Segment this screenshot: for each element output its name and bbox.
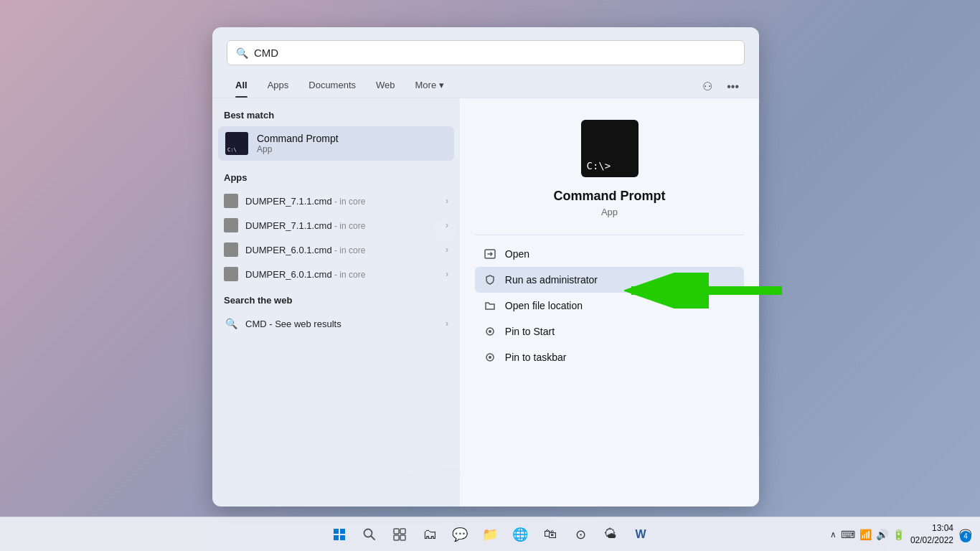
people-icon-button[interactable]: ⚇ <box>697 77 718 96</box>
cmd-app-icon-small <box>225 132 248 155</box>
svg-rect-14 <box>400 529 405 534</box>
battery-icon[interactable]: 🔋 <box>892 529 905 540</box>
pin-start-icon <box>484 325 496 338</box>
svg-rect-9 <box>334 535 339 540</box>
tab-web[interactable]: Web <box>367 75 404 98</box>
search-web-icon: 🔍 <box>224 316 238 331</box>
taskview-button[interactable] <box>385 520 414 549</box>
weather-button[interactable]: 🌤 <box>596 520 625 549</box>
list-item[interactable]: DUMPER_6.0.1.cmd - in core › <box>212 262 460 286</box>
svg-point-2 <box>489 330 491 333</box>
list-item[interactable]: DUMPER_7.1.1.cmd - in core › <box>212 213 460 237</box>
divider <box>475 235 744 235</box>
keyboard-icon[interactable]: ⌨ <box>841 529 855 540</box>
widgets-button[interactable]: 🗂 <box>415 520 444 549</box>
word-button[interactable]: W <box>626 520 655 549</box>
best-match-type: App <box>257 144 339 154</box>
web-search-item[interactable]: 🔍 CMD - See web results › <box>212 311 460 336</box>
apps-section-label: Apps <box>212 172 460 189</box>
more-options-button[interactable]: ••• <box>721 77 745 96</box>
right-panel: Command Prompt App Open <box>460 98 759 507</box>
svg-rect-13 <box>394 529 399 534</box>
open-file-location-action[interactable]: Open file location <box>475 293 744 319</box>
svg-rect-16 <box>400 535 405 540</box>
tab-documents[interactable]: Documents <box>300 75 364 98</box>
wifi-icon[interactable]: 📶 <box>859 529 872 540</box>
search-bar: 🔍 <box>227 40 745 65</box>
pin-taskbar-action[interactable]: Pin to taskbar <box>475 344 744 370</box>
run-admin-label: Run as administrator <box>505 274 598 286</box>
best-match-label: Best match <box>212 110 460 126</box>
chevron-icon: › <box>446 319 448 329</box>
svg-rect-15 <box>394 535 399 540</box>
best-match-name: Command Prompt <box>257 133 339 144</box>
store-button[interactable]: 🛍 <box>536 520 565 549</box>
best-match-item[interactable]: Command Prompt App <box>218 126 454 161</box>
volume-icon[interactable]: 🔊 <box>876 529 888 540</box>
tab-all[interactable]: All <box>227 75 256 98</box>
open-label: Open <box>505 248 529 260</box>
svg-rect-8 <box>340 529 345 534</box>
notification-badge: 4 <box>960 531 971 542</box>
app-subtitle: App <box>601 207 618 217</box>
tab-apps[interactable]: Apps <box>259 75 298 98</box>
chevron-icon: › <box>446 245 448 255</box>
start-menu: 🔍 All Apps Documents Web More ▾ ⚇ ••• Be… <box>212 27 759 507</box>
pin-taskbar-icon <box>484 351 496 364</box>
open-action[interactable]: Open <box>475 241 744 267</box>
clock-date: 02/02/2022 <box>910 534 953 547</box>
shield-icon <box>484 273 496 286</box>
list-item[interactable]: DUMPER_7.1.1.cmd - in core › <box>212 189 460 213</box>
dumper-icon-2 <box>224 218 238 232</box>
chevron-icon: › <box>446 220 448 230</box>
left-panel: Best match Command Prompt App Apps DUMPE… <box>212 98 460 507</box>
teams-button[interactable]: 💬 <box>446 520 474 549</box>
clock[interactable]: 13:04 02/02/2022 <box>910 522 953 547</box>
edge-button[interactable]: 🌐 <box>506 520 534 549</box>
notification-center-wrap: 💬 4 <box>959 528 971 541</box>
dumper-icon-4 <box>224 267 238 281</box>
dumper-icon-1 <box>224 194 238 208</box>
pin-start-action[interactable]: Pin to Start <box>475 319 744 344</box>
list-item[interactable]: DUMPER_6.0.1.cmd - in core › <box>212 237 460 262</box>
svg-line-12 <box>371 536 374 540</box>
svg-rect-10 <box>340 535 345 540</box>
taskbar-center: 🗂 💬 📁 🌐 🛍 ⊙ 🌤 W <box>325 520 655 549</box>
system-tray: ∧ ⌨ 📶 🔊 🔋 <box>830 529 905 540</box>
run-as-admin-action[interactable]: Run as administrator <box>475 267 744 293</box>
svg-point-4 <box>489 356 491 359</box>
pin-taskbar-label: Pin to taskbar <box>505 352 567 363</box>
chevron-icon: › <box>446 269 448 279</box>
start-button[interactable] <box>325 520 354 549</box>
dumper-icon-3 <box>224 242 238 257</box>
content-area: Best match Command Prompt App Apps DUMPE… <box>212 98 759 507</box>
chevron-icon: › <box>446 196 448 206</box>
chrome-button[interactable]: ⊙ <box>566 520 595 549</box>
search-input[interactable] <box>254 47 735 59</box>
app-title: Command Prompt <box>553 189 665 204</box>
tab-more[interactable]: More ▾ <box>407 75 453 98</box>
web-section-label: Search the web <box>212 295 460 311</box>
tabs-row: All Apps Documents Web More ▾ ⚇ ••• <box>212 72 759 98</box>
tray-expand-button[interactable]: ∧ <box>830 529 837 540</box>
folder-icon <box>484 299 496 312</box>
taskbar-right: ∧ ⌨ 📶 🔊 🔋 13:04 02/02/2022 💬 4 <box>830 522 971 547</box>
open-location-label: Open file location <box>505 300 583 311</box>
open-icon <box>484 248 496 260</box>
svg-rect-7 <box>334 529 339 534</box>
cmd-app-icon-large <box>581 120 639 177</box>
web-query: CMD <box>245 319 267 329</box>
search-taskbar-button[interactable] <box>355 520 384 549</box>
file-explorer-button[interactable]: 📁 <box>476 520 504 549</box>
clock-time: 13:04 <box>910 522 953 534</box>
pin-start-label: Pin to Start <box>505 326 555 337</box>
search-icon: 🔍 <box>236 47 248 59</box>
taskbar: 🗂 💬 📁 🌐 🛍 ⊙ 🌤 W ∧ ⌨ 📶 🔊 🔋 13:04 02/02/20… <box>0 517 980 551</box>
